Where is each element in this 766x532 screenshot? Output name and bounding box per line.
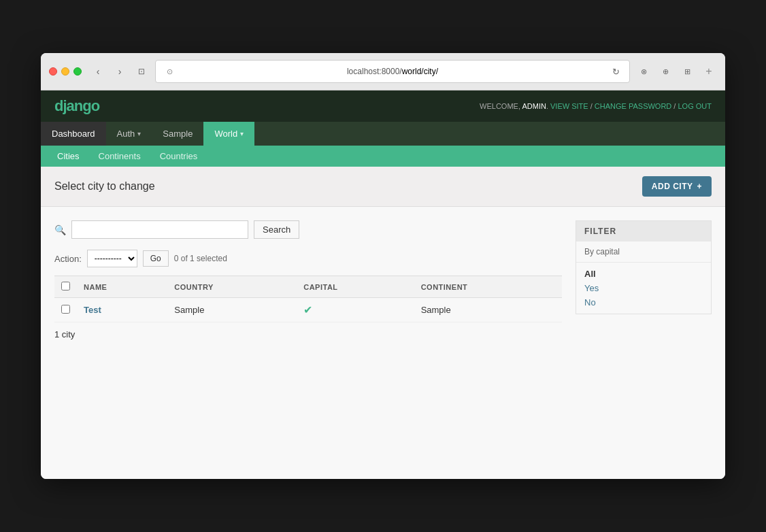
filter-all-link[interactable]: All — [576, 267, 711, 281]
filter-yes-link[interactable]: Yes — [576, 281, 711, 295]
add-city-label: ADD CITY — [652, 182, 693, 191]
row-checkbox-cell — [54, 298, 77, 322]
url-base: localhost:8000/ — [347, 67, 402, 76]
username: ADMIN — [522, 102, 546, 110]
action-select[interactable]: ---------- — [87, 250, 137, 267]
filter-header: FILTER — [576, 221, 711, 242]
minimize-button[interactable] — [61, 67, 69, 76]
content-header: Select city to change ADD CITY + — [41, 167, 725, 207]
result-count-text: 1 city — [54, 329, 75, 339]
nav-auth-label: Auth — [117, 129, 135, 139]
city-link[interactable]: Test — [84, 305, 101, 315]
url-display: localhost:8000/world/city/ — [178, 67, 607, 76]
sub-nav-cities-label: Cities — [57, 151, 80, 161]
content-body: 🔍 Search Action: ---------- Go 0 of 1 se… — [41, 207, 725, 479]
nav-sample[interactable]: Sample — [152, 122, 203, 146]
share-button[interactable]: ⊕ — [657, 63, 673, 80]
table-header-row: NAME COUNTRY CAPITAL CONTINENT — [54, 276, 562, 298]
nav-dashboard[interactable]: Dashboard — [41, 122, 106, 146]
row-country: Sample — [167, 298, 297, 322]
select-all-checkbox[interactable] — [61, 282, 70, 290]
nav-world[interactable]: World ▾ — [203, 122, 254, 146]
col-capital-label: CAPITAL — [303, 283, 337, 291]
add-city-plus-icon: + — [697, 182, 702, 191]
url-path: world/city/ — [402, 67, 438, 76]
back-button[interactable]: ‹ — [90, 63, 106, 80]
tab-button[interactable]: ⊡ — [133, 63, 150, 80]
table-body: Test Sample ✔ Sample — [54, 298, 562, 322]
sub-nav: Cities Continents Countries — [41, 146, 725, 167]
privacy-icon[interactable]: ⊙ — [161, 63, 178, 80]
selected-count: 0 of 1 selected — [174, 254, 227, 263]
filter-no-link[interactable]: No — [576, 295, 711, 310]
address-bar[interactable]: ⊙ localhost:8000/world/city/ ↻ — [155, 60, 630, 83]
filter-sidebar: FILTER By capital All Yes No — [576, 220, 712, 465]
django-logo: django — [54, 97, 99, 115]
browser-toolbar: ‹ › ⊡ ⊙ localhost:8000/world/city/ ↻ ⊗ ⊕… — [41, 53, 725, 90]
col-name[interactable]: NAME — [77, 276, 167, 298]
action-bar: Action: ---------- Go 0 of 1 selected — [54, 250, 562, 267]
sub-nav-continents-label: Continents — [99, 151, 141, 161]
page-title: Select city to change — [54, 180, 155, 193]
change-password-link[interactable]: CHANGE PASSWORD — [595, 102, 671, 110]
row-continent: Sample — [414, 298, 562, 322]
col-continent-label: CONTINENT — [421, 283, 468, 291]
row-capital: ✔ — [297, 298, 414, 322]
close-button[interactable] — [49, 67, 57, 76]
django-admin: django WELCOME, ADMIN. VIEW SITE / CHANG… — [41, 90, 725, 479]
filter-section: FILTER By capital All Yes No — [576, 220, 712, 314]
welcome-text: WELCOME, — [480, 102, 520, 110]
row-name: Test — [77, 298, 167, 322]
nav-sample-label: Sample — [163, 129, 193, 139]
nav-auth[interactable]: Auth ▾ — [106, 122, 152, 146]
search-icon: 🔍 — [54, 225, 66, 235]
logout-link[interactable]: LOG OUT — [678, 102, 712, 110]
filter-links: All Yes No — [576, 263, 711, 314]
table-row: Test Sample ✔ Sample — [54, 298, 562, 322]
table-header: NAME COUNTRY CAPITAL CONTINENT — [54, 276, 562, 298]
col-country[interactable]: COUNTRY — [167, 276, 297, 298]
nav-world-label: World — [214, 129, 237, 139]
col-continent[interactable]: CONTINENT — [414, 276, 562, 298]
sub-nav-countries[interactable]: Countries — [150, 146, 207, 167]
search-input[interactable] — [71, 220, 248, 239]
capital-check-icon: ✔ — [303, 304, 312, 316]
admin-header: django WELCOME, ADMIN. VIEW SITE / CHANG… — [41, 90, 725, 122]
world-dropdown-arrow: ▾ — [240, 130, 244, 137]
result-count: 1 city — [54, 329, 562, 339]
search-bar: 🔍 Search — [54, 220, 562, 239]
row-checkbox[interactable] — [61, 305, 70, 314]
filter-by-capital-title: By capital — [576, 242, 711, 263]
search-button[interactable]: Search — [254, 220, 299, 239]
maximize-button[interactable] — [73, 67, 82, 76]
add-city-button[interactable]: ADD CITY + — [642, 176, 712, 197]
logo-text: django — [54, 97, 99, 114]
select-all-header — [54, 276, 77, 298]
download-button[interactable]: ⊗ — [635, 63, 652, 80]
copy-tab-button[interactable]: ⊞ — [679, 63, 695, 80]
traffic-lights — [49, 67, 82, 76]
auth-dropdown-arrow: ▾ — [137, 130, 141, 137]
user-info: WELCOME, ADMIN. VIEW SITE / CHANGE PASSW… — [480, 102, 712, 110]
col-name-label: NAME — [84, 283, 107, 291]
browser-window: ‹ › ⊡ ⊙ localhost:8000/world/city/ ↻ ⊗ ⊕… — [41, 53, 725, 479]
col-capital[interactable]: CAPITAL — [297, 276, 414, 298]
forward-button[interactable]: › — [112, 63, 128, 80]
main-content: 🔍 Search Action: ---------- Go 0 of 1 se… — [54, 220, 562, 465]
new-tab-button[interactable]: + — [701, 63, 717, 80]
action-label: Action: — [54, 254, 82, 264]
refresh-button[interactable]: ↻ — [607, 63, 624, 80]
sub-nav-continents[interactable]: Continents — [89, 146, 150, 167]
view-site-link[interactable]: VIEW SITE — [550, 102, 588, 110]
data-table: NAME COUNTRY CAPITAL CONTINENT — [54, 276, 562, 322]
main-nav: Dashboard Auth ▾ Sample World ▾ — [41, 122, 725, 146]
sub-nav-countries-label: Countries — [160, 151, 198, 161]
go-button[interactable]: Go — [143, 250, 169, 267]
nav-dashboard-label: Dashboard — [52, 129, 95, 139]
sub-nav-cities[interactable]: Cities — [48, 146, 89, 167]
col-country-label: COUNTRY — [174, 283, 213, 291]
